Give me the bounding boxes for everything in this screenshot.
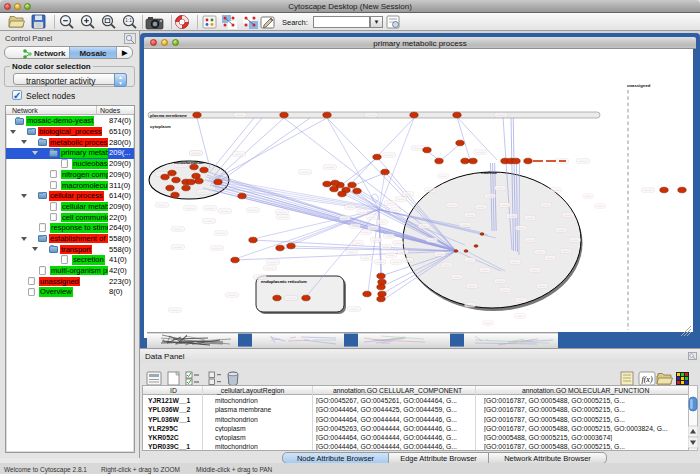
svg-text:unassigned: unassigned [627, 83, 651, 88]
svg-text:1:1: 1:1 [125, 18, 132, 23]
svg-text:cytoplasm: cytoplasm [150, 124, 171, 129]
svg-text:f(x): f(x) [641, 375, 652, 384]
svg-text:endoplasmic reticulum: endoplasmic reticulum [261, 279, 307, 284]
svg-text:plasma membrane: plasma membrane [150, 113, 187, 118]
svg-text:mitochondrion: mitochondrion [174, 160, 204, 165]
svg-text:nucleus: nucleus [481, 170, 497, 175]
